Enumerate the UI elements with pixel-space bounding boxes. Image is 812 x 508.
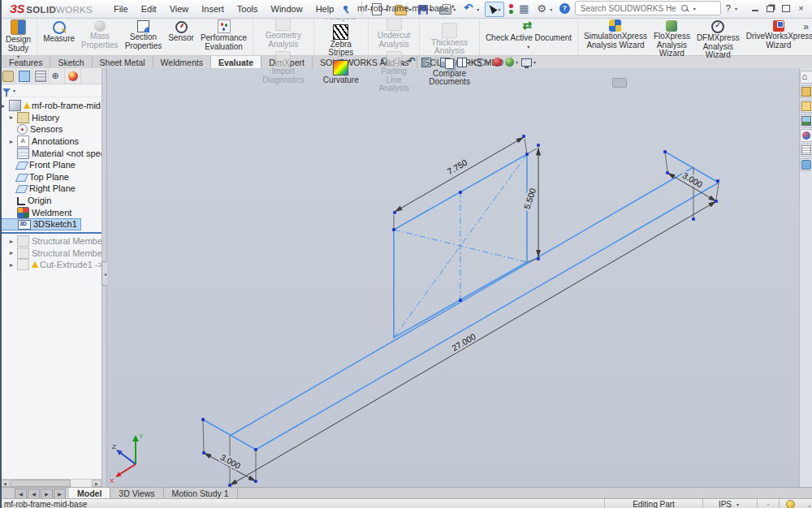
close-button[interactable]: × (794, 2, 808, 15)
beam-sketch[interactable]: 7.750 5.500 3.000 27.000 3.000 (201, 135, 719, 487)
quick-toolbar-button[interactable] (517, 2, 533, 17)
dimension-lines[interactable] (204, 137, 716, 485)
search-caret-icon[interactable]: ▾ (693, 6, 696, 11)
ribbon-overflow-chevron[interactable]: » (803, 21, 809, 32)
ribbon-button[interactable]: Compare Documents (425, 58, 473, 88)
menu-item[interactable]: Edit (135, 2, 163, 15)
ribbon-button[interactable]: Parting Line Analysis (374, 50, 414, 94)
expand-arrow-icon[interactable]: ▸ (10, 138, 17, 145)
ribbon-button[interactable]: Geometry Analysis (259, 15, 308, 50)
task-pane-button[interactable] (800, 144, 812, 157)
ribbon-button[interactable]: Performance Evaluation (197, 19, 250, 52)
tree-item[interactable]: ▸ Right Plane (0, 183, 76, 195)
tree-horizontal-scrollbar[interactable]: ◀ ▶ (0, 479, 102, 487)
units-selector[interactable]: IPS ▾ (702, 499, 757, 508)
dimension-width[interactable]: 7.750 (446, 157, 469, 177)
tree-item[interactable]: ▸ Material <not specified> (0, 147, 102, 159)
tree-item[interactable]: ▸ 3DSketch1 (0, 218, 81, 230)
filter-funnel-icon[interactable] (2, 88, 11, 93)
ribbon-button[interactable]: Curvature (320, 59, 362, 86)
hide-show-items-icon[interactable] (474, 58, 486, 67)
quick-toolbar-button[interactable]: ▾ (534, 2, 556, 17)
quick-toolbar-button[interactable] (506, 2, 516, 17)
ribbon-button[interactable]: Measure (40, 19, 78, 45)
ribbon-button[interactable]: Check Active Document ▾ (482, 19, 575, 51)
ribbon-button[interactable]: Design Study ▾ (2, 19, 34, 61)
quick-toolbar-button[interactable]: ▾ (485, 2, 504, 17)
filter-caret-icon[interactable]: ▾ (13, 88, 15, 93)
tree-item[interactable]: ▸ History (0, 112, 59, 124)
dimension-height[interactable]: 5.500 (521, 187, 538, 210)
dropdown-caret-icon[interactable]: ▾ (516, 59, 518, 65)
ribbon-button[interactable]: Sensor (165, 19, 197, 44)
view-tool-button[interactable]: ▾ (505, 57, 518, 67)
menu-item[interactable]: Window (265, 2, 309, 15)
search-icon[interactable] (681, 5, 689, 12)
command-tab[interactable]: Weldments (153, 55, 211, 68)
task-pane-button[interactable] (800, 71, 812, 84)
ribbon-button[interactable]: DFMXpress Analysis Wizard (693, 19, 743, 61)
dropdown-caret-icon[interactable]: ▾ (550, 6, 552, 12)
expand-arrow-icon[interactable]: ▸ (10, 249, 17, 256)
tree-item[interactable]: ▸ Cut-Extrude1 -> (0, 259, 102, 271)
go-previous-icon[interactable] (28, 489, 40, 499)
menu-item[interactable]: File (107, 2, 135, 15)
dropdown-caret-icon[interactable]: ▾ (487, 59, 490, 65)
panel-tab[interactable] (65, 68, 81, 84)
document-tab[interactable]: Motion Study 1 (164, 488, 238, 499)
tree-item[interactable]: ▸ Structural Member1 (0, 235, 102, 248)
dropdown-caret-icon[interactable]: ▾ (477, 6, 479, 12)
status-badge-icon[interactable] (786, 500, 795, 508)
expand-arrow-icon[interactable]: ▸ (10, 238, 17, 245)
breadcrumb-anchor-icon[interactable] (612, 78, 627, 88)
panel-tab[interactable] (0, 68, 16, 84)
task-pane-button[interactable] (800, 85, 812, 98)
command-tab[interactable]: Evaluate (211, 55, 261, 68)
expand-arrow-icon[interactable]: ▸ (10, 261, 17, 269)
panel-tab[interactable] (32, 68, 49, 84)
scrollbar-thumb[interactable] (11, 480, 71, 487)
help-circle-icon[interactable]: ? (559, 3, 570, 14)
maximize-button[interactable] (779, 2, 793, 15)
command-tab[interactable]: Sketch (50, 55, 92, 68)
tree-item[interactable]: ▸ Origin (0, 195, 51, 207)
restore-button[interactable] (763, 2, 777, 15)
pin-icon[interactable] (342, 5, 350, 13)
go-last-icon[interactable] (54, 489, 66, 499)
view-tool-button[interactable]: ▾ (474, 57, 490, 67)
view-tool-button[interactable] (493, 57, 502, 67)
ribbon-button[interactable]: SimulationXpress Analysis Wizard (581, 19, 650, 50)
ribbon-button[interactable]: Section Properties (122, 19, 166, 51)
ribbon-button[interactable]: Mass Properties (78, 19, 122, 50)
ribbon-button[interactable]: FloXpress Analysis Wizard (650, 19, 693, 59)
command-tab[interactable]: Sheet Metal (93, 55, 153, 68)
ribbon-button[interactable]: Undercut Analysis (374, 15, 414, 50)
document-tab[interactable]: 3D Views (110, 488, 163, 499)
menu-item[interactable]: Tools (231, 2, 265, 15)
scroll-right-icon[interactable]: ▶ (92, 480, 102, 487)
tab-navigation[interactable] (15, 488, 66, 499)
graphics-viewport[interactable]: 7.750 5.500 3.000 27.000 3.000 (107, 68, 799, 487)
panel-tab[interactable] (16, 68, 32, 84)
ribbon-button[interactable]: Zebra Stripes (320, 24, 362, 58)
minimize-button[interactable] (748, 2, 762, 15)
sketch-canvas[interactable]: 7.750 5.500 3.000 27.000 3.000 (107, 68, 799, 487)
expand-arrow-icon[interactable]: ▸ (10, 114, 17, 121)
tree-item[interactable]: ▸ Weldment (0, 206, 71, 218)
view-tool-button[interactable]: ▾ (521, 58, 536, 67)
menu-item[interactable]: View (163, 2, 196, 15)
panel-tab[interactable] (49, 68, 65, 84)
expand-arrow-icon[interactable]: ▸ (2, 102, 9, 110)
dropdown-caret-icon[interactable]: ▾ (498, 6, 500, 12)
ribbon-button[interactable]: Thickness Analysis (425, 22, 473, 57)
task-pane-button[interactable] (800, 158, 812, 171)
tree-item[interactable]: ▸ mf-rob-frame-mid-base (D (0, 100, 102, 112)
dropdown-caret-icon[interactable]: ▾ (527, 44, 529, 50)
go-next-icon[interactable] (41, 489, 53, 499)
dropdown-caret-icon[interactable]: ▾ (17, 54, 19, 60)
tree-filter-row[interactable]: ▾ (0, 84, 102, 97)
rollback-bar[interactable] (0, 232, 102, 234)
tree-item[interactable]: ▸ Top Plane (0, 171, 69, 183)
task-pane-button[interactable] (800, 114, 812, 127)
edit-appearance-icon[interactable] (493, 58, 502, 67)
